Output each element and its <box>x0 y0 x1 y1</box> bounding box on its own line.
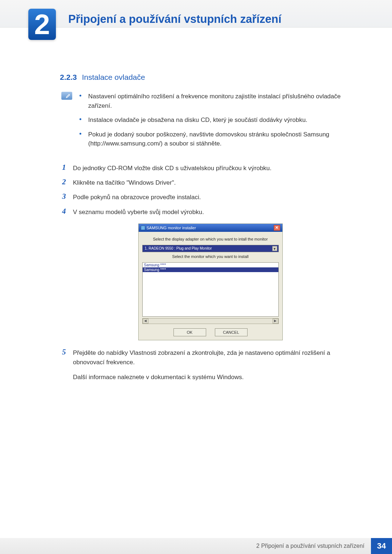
note-text: Pokud je dodaný soubor poškozený, navšti… <box>88 131 329 147</box>
scroll-left-icon[interactable]: ◀ <box>143 319 148 324</box>
dropdown-arrow-icon: ▼ <box>272 246 277 251</box>
installer-titlebar: SAMSUNG monitor installer ✕ <box>139 224 282 232</box>
steps-list: 1 Do jednotky CD-ROM vložte disk CD s už… <box>62 163 359 382</box>
step-text: V seznamu modelů vyberte svůj model výro… <box>73 207 359 217</box>
note-text: Nastavení optimálního rozlišení a frekve… <box>88 93 340 109</box>
horizontal-scrollbar[interactable]: ◀ ▶ <box>142 318 279 324</box>
note-icon <box>61 92 72 100</box>
app-icon <box>141 226 145 230</box>
installer-title-text: SAMSUNG monitor installer <box>147 226 196 230</box>
note-text: Instalace ovladače je obsažena na disku … <box>88 116 307 123</box>
page-number-badge: 34 <box>371 538 392 554</box>
installer-dialog: SAMSUNG monitor installer ✕ Select the d… <box>138 223 283 340</box>
note-bullets: Nastavení optimálního rozlišení a frekve… <box>79 92 359 153</box>
page-number: 34 <box>377 541 386 551</box>
chapter-number: 2 <box>34 10 50 38</box>
close-button[interactable]: ✕ <box>274 225 280 231</box>
section-title: Instalace ovladače <box>82 73 145 81</box>
step-text: Klikněte na tlačítko "Windows Driver". <box>73 177 359 188</box>
note-item: Nastavení optimálního rozlišení a frekve… <box>79 92 359 110</box>
adapter-select[interactable]: 1. RADEON 9550 : Plug and Play Monitor ▼ <box>142 245 279 252</box>
step-text: Do jednotky CD-ROM vložte disk CD s uživ… <box>73 163 359 173</box>
note-block: Nastavení optimálního rozlišení a frekve… <box>61 92 359 153</box>
chapter-title: Připojení a používání vstupních zařízení <box>68 13 281 26</box>
cancel-button[interactable]: CANCEL <box>215 328 248 336</box>
step-item: 5 Přejděte do nabídky Vlastnosti zobraze… <box>62 348 359 368</box>
step-number: 1 <box>62 163 73 172</box>
scroll-right-icon[interactable]: ▶ <box>273 319 278 324</box>
monitor-label: Select the monitor which you want to ins… <box>142 254 279 259</box>
step-number: 3 <box>62 192 73 201</box>
note-item: Pokud je dodaný soubor poškozený, navšti… <box>79 130 359 148</box>
adapter-select-value: 1. RADEON 9550 : Plug and Play Monitor <box>145 246 212 250</box>
list-item[interactable]: Samsung **** <box>143 267 278 272</box>
footer-text: 2 Připojení a používání vstupních zaříze… <box>256 543 364 549</box>
step-extra-text: Další informace naleznete v dokumentaci … <box>73 373 359 382</box>
step-item: 4 V seznamu modelů vyberte svůj model vý… <box>62 207 359 217</box>
ok-button[interactable]: OK <box>173 328 206 336</box>
installer-body: Select the display adapter on which you … <box>139 232 282 340</box>
step-text: Přejděte do nabídky Vlastnosti zobrazení… <box>73 348 359 368</box>
page-content: 2.2.3Instalace ovladače Nastavení optimá… <box>0 28 392 382</box>
chapter-badge: 2 <box>28 9 56 40</box>
step-number: 2 <box>62 177 73 186</box>
monitor-list[interactable]: Samsung **** Samsung **** <box>142 262 279 317</box>
installer-title-left: SAMSUNG monitor installer <box>141 226 196 230</box>
page-footer: 2 Připojení a používání vstupních zaříze… <box>0 538 392 554</box>
step-item: 2 Klikněte na tlačítko "Windows Driver". <box>62 177 359 188</box>
note-item: Instalace ovladače je obsažena na disku … <box>79 115 359 125</box>
step-number: 4 <box>62 207 73 216</box>
bullet-icon <box>79 133 81 135</box>
bullet-icon <box>79 118 81 120</box>
step-number: 5 <box>62 348 73 357</box>
section-number: 2.2.3 <box>60 73 77 81</box>
step-text: Podle pokynů na obrazovce proveďte insta… <box>73 192 359 202</box>
bullet-icon <box>79 95 81 97</box>
step-item: 1 Do jednotky CD-ROM vložte disk CD s už… <box>62 163 359 173</box>
step-item: 3 Podle pokynů na obrazovce proveďte ins… <box>62 192 359 202</box>
installer-buttons: OK CANCEL <box>142 328 279 336</box>
section-heading: 2.2.3Instalace ovladače <box>60 73 359 82</box>
list-item[interactable]: Samsung **** <box>143 263 278 267</box>
adapter-label: Select the display adapter on which you … <box>142 237 279 241</box>
